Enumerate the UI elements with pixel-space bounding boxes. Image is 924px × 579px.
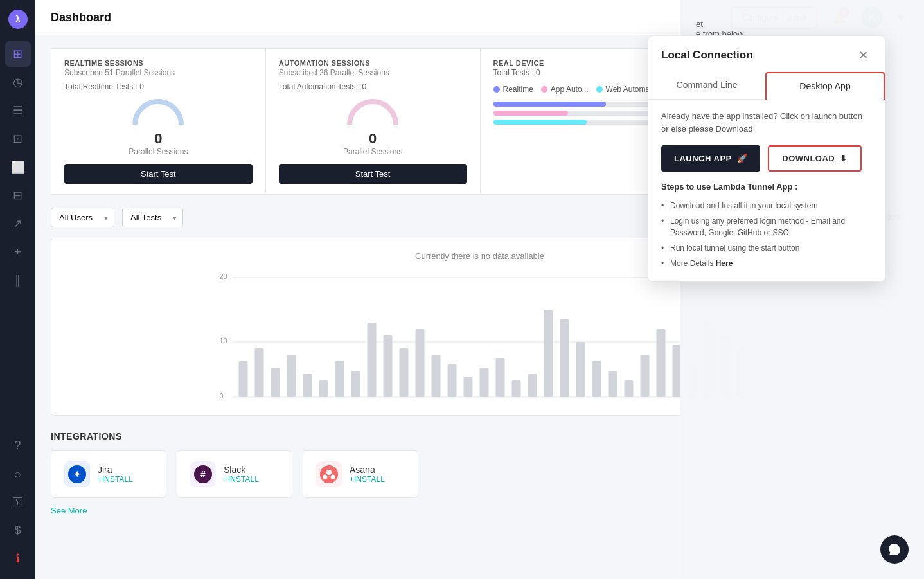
jira-icon: ✦ (64, 461, 90, 487)
tab-command-line[interactable]: Command Line (648, 72, 765, 99)
sidebar-item-help[interactable]: ? (5, 432, 31, 458)
see-more-link[interactable]: See More (51, 506, 87, 515)
slack-info: Slack +INSTALL (224, 465, 259, 484)
automation-gauge: 0 Parallel Sessions (279, 99, 467, 156)
steps-title: Steps to use Lambda Tunnel App : (661, 182, 872, 192)
svg-text:λ: λ (15, 14, 21, 24)
svg-rect-30 (592, 361, 601, 397)
automation-sessions-card: AUTOMATION SESSIONS Subscribed 26 Parall… (265, 48, 480, 195)
sidebar-item-devices[interactable]: ⊡ (5, 126, 31, 152)
svg-rect-16 (368, 323, 377, 397)
modal-close-button[interactable]: ✕ (854, 46, 872, 64)
slack-icon: # (190, 461, 216, 487)
all-users-filter-wrapper[interactable]: All Users (51, 208, 114, 227)
here-link[interactable]: Here (716, 259, 733, 268)
automation-sublabel: Subscribed 26 Parallel Sessions (279, 68, 467, 77)
automation-gauge-visual (347, 99, 398, 128)
svg-rect-34 (657, 329, 666, 397)
sidebar-item-search[interactable]: ⌕ (5, 461, 31, 486)
launch-app-label: LAUNCH APP (674, 154, 732, 163)
slack-integration-card[interactable]: # Slack +INSTALL (177, 450, 292, 498)
sidebar-item-plus[interactable]: + (5, 239, 31, 265)
sidebar-item-realtime[interactable]: ◷ (5, 69, 31, 95)
automation-label: AUTOMATION SESSIONS (279, 59, 467, 67)
modal-title: Local Connection (661, 49, 753, 62)
svg-text:20: 20 (220, 272, 227, 280)
svg-rect-23 (480, 368, 489, 397)
all-tests-filter[interactable]: All Tests (122, 208, 183, 227)
svg-rect-31 (609, 371, 617, 397)
rocket-icon: 🚀 (737, 154, 748, 163)
jira-integration-card[interactable]: ✦ Jira +INSTALL (51, 450, 166, 498)
svg-rect-19 (416, 329, 425, 397)
sidebar-item-info[interactable]: ℹ (5, 546, 31, 571)
steps-list: Download and Install it in your local sy… (661, 198, 872, 271)
jira-name: Jira (98, 465, 133, 475)
chat-widget-button[interactable] (880, 535, 909, 564)
slack-install[interactable]: +INSTALL (224, 475, 259, 484)
jira-install[interactable]: +INSTALL (98, 475, 133, 484)
asana-info: Asana +INSTALL (350, 465, 385, 484)
realtime-gauge-visual (132, 99, 184, 128)
tab-desktop-app[interactable]: Desktop App (765, 72, 885, 100)
svg-rect-10 (271, 368, 280, 397)
svg-rect-12 (303, 374, 312, 397)
realtime-gauge: 0 Parallel Sessions (64, 99, 253, 156)
svg-rect-22 (464, 377, 473, 397)
sidebar-item-automation[interactable]: ☰ (5, 98, 31, 123)
sidebar-item-settings[interactable]: $ (5, 517, 31, 543)
page-title: Dashboard (51, 11, 731, 24)
download-icon: ⬇ (840, 154, 848, 163)
automation-count: 0 (369, 130, 377, 147)
logo[interactable]: λ (6, 8, 30, 31)
svg-rect-27 (544, 310, 553, 397)
realtime-gauge-text: Parallel Sessions (129, 147, 188, 156)
step-2: Login using any preferred login method -… (661, 213, 872, 240)
svg-rect-20 (432, 355, 441, 397)
realtime-sublabel: Subscribed 51 Parallel Sessions (64, 68, 253, 77)
realtime-label: REALTIME SESSIONS (64, 59, 253, 67)
legend-app-auto-label: App Auto... (551, 85, 589, 94)
asana-integration-card[interactable]: Asana +INSTALL (303, 450, 418, 498)
sidebar-item-home[interactable]: ⊞ (5, 41, 31, 67)
realtime-start-button[interactable]: Start Test (64, 164, 253, 184)
all-tests-filter-wrapper[interactable]: All Tests (122, 208, 183, 227)
local-connection-modal: Local Connection ✕ Command Line Desktop … (648, 35, 885, 282)
modal-tabs: Command Line Desktop App (648, 72, 885, 100)
svg-rect-11 (287, 355, 296, 397)
svg-rect-17 (384, 335, 393, 397)
svg-point-47 (331, 475, 335, 479)
sidebar-item-chart[interactable]: ∥ (5, 267, 31, 293)
svg-point-46 (323, 475, 328, 479)
step-3: Run local tunnel using the start button (661, 240, 872, 256)
asana-install[interactable]: +INSTALL (350, 475, 385, 484)
automation-start-button[interactable]: Start Test (279, 164, 467, 184)
modal-header: Local Connection ✕ (648, 36, 885, 64)
launch-app-button[interactable]: LAUNCH APP 🚀 (661, 145, 760, 172)
download-label: DOWNLOAD (782, 154, 835, 163)
sidebar-item-arrow[interactable]: ↗ (5, 211, 31, 236)
svg-rect-14 (335, 361, 344, 397)
sidebar-item-analytics[interactable]: ⬜ (5, 154, 31, 180)
legend-realtime: Realtime (493, 85, 533, 94)
sidebar-item-key[interactable]: ⚿ (5, 489, 31, 515)
svg-rect-15 (351, 371, 360, 397)
automation-total: Total Automation Tests : 0 (279, 82, 467, 91)
download-button[interactable]: DOWNLOAD ⬇ (768, 145, 862, 172)
legend-app-automation: App Auto... (541, 85, 589, 94)
realtime-sessions-card: REALTIME SESSIONS Subscribed 51 Parallel… (51, 48, 265, 195)
step-1: Download and Install it in your local sy… (661, 198, 872, 213)
svg-text:0: 0 (220, 392, 224, 400)
sidebar-item-monitor[interactable]: ⊟ (5, 183, 31, 208)
svg-rect-26 (528, 374, 537, 397)
automation-gauge-text: Parallel Sessions (343, 147, 402, 156)
modal-description: Already have the app installed? Click on… (661, 110, 872, 135)
svg-rect-8 (239, 361, 248, 397)
jira-info: Jira +INSTALL (98, 465, 133, 484)
modal-body: Already have the app installed? Click on… (648, 100, 885, 281)
slack-name: Slack (224, 465, 259, 475)
realtime-total: Total Realtime Tests : 0 (64, 82, 253, 91)
asana-icon (316, 461, 342, 487)
all-users-filter[interactable]: All Users (51, 208, 114, 227)
legend-realtime-label: Realtime (503, 85, 533, 94)
